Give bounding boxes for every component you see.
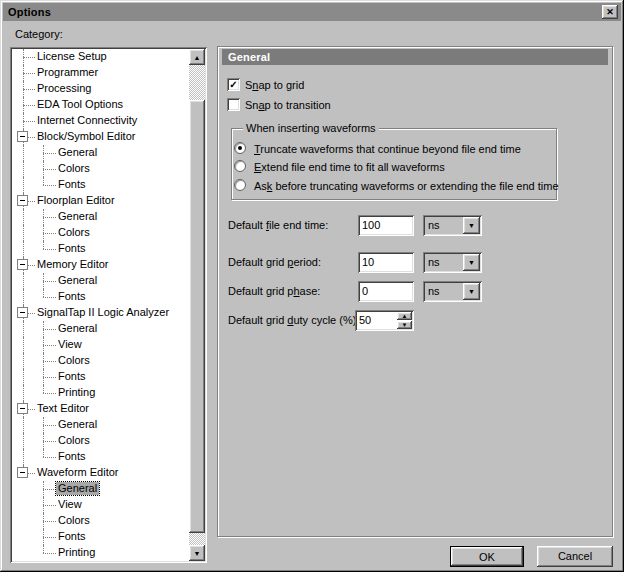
tree-guide-line	[43, 345, 56, 346]
tree-item[interactable]: General	[12, 417, 189, 433]
scroll-up-icon[interactable]: ▲	[189, 49, 205, 65]
tree-item[interactable]: Processing	[12, 81, 189, 97]
options-dialog: Options ✕ Category: License SetupProgram…	[0, 0, 624, 572]
tree-item[interactable]: Colors	[12, 161, 189, 177]
ok-button[interactable]: OK	[450, 546, 524, 567]
default-grid-period-unit-select[interactable]: ns ▼	[423, 252, 482, 273]
scroll-down-icon[interactable]: ▼	[189, 545, 205, 561]
ask-before-truncating-radio[interactable]	[234, 179, 246, 191]
tree-item[interactable]: General	[12, 209, 189, 225]
truncate-waveforms-label: Truncate waveforms that continue beyond …	[254, 142, 521, 156]
tree-item[interactable]: Programmer	[12, 65, 189, 81]
tree-guide-line	[43, 281, 56, 282]
collapse-icon[interactable]	[17, 403, 28, 414]
tree-guide-line	[23, 385, 24, 401]
snap-to-grid-label: Snap to grid	[245, 78, 304, 92]
tree-item[interactable]: Internet Connectivity	[12, 113, 189, 129]
tree-item-label: View	[56, 338, 84, 351]
tree-item[interactable]: Colors	[12, 513, 189, 529]
tree-guide-line	[43, 545, 44, 553]
default-file-end-time-unit-select[interactable]: ns ▼	[423, 215, 482, 236]
spin-down-icon[interactable]: ▼	[397, 321, 412, 329]
tree-item[interactable]: Floorplan Editor	[12, 193, 189, 209]
truncate-waveforms-radio[interactable]	[234, 142, 246, 154]
tree-item[interactable]: Printing	[12, 545, 189, 561]
default-file-end-time-input[interactable]: 100	[358, 215, 414, 236]
snap-to-transition-label: Snap to transition	[245, 98, 331, 112]
tree-item-label: Colors	[56, 226, 92, 239]
tree-item[interactable]: General	[12, 481, 189, 497]
tree-item-label: General	[56, 210, 99, 223]
tree-item-label: Colors	[56, 434, 92, 447]
tree-item[interactable]: General	[12, 145, 189, 161]
tree-item[interactable]: Fonts	[12, 529, 189, 545]
title-bar[interactable]: Options ✕	[3, 3, 621, 21]
tree-item-label: Programmer	[35, 66, 100, 79]
tree-item-label: Fonts	[56, 450, 88, 463]
tree-guide-line	[43, 505, 56, 506]
snap-to-grid-checkbox[interactable]: ✓	[227, 78, 240, 91]
tree-item[interactable]: Fonts	[12, 369, 189, 385]
tree-guide-line	[43, 177, 44, 185]
tree-guide-line	[43, 185, 56, 186]
collapse-icon[interactable]	[17, 467, 28, 478]
tree-guide-line	[43, 217, 56, 218]
collapse-icon[interactable]	[17, 307, 28, 318]
close-icon[interactable]: ✕	[602, 5, 618, 19]
tree-item-label: Fonts	[56, 242, 88, 255]
tree-guide-line	[43, 153, 56, 154]
tree-item[interactable]: Fonts	[12, 177, 189, 193]
snap-to-transition-checkbox[interactable]	[227, 98, 240, 111]
tree-item[interactable]: Text Editor	[12, 401, 189, 417]
tree-guide-line	[43, 329, 56, 330]
tree-item[interactable]: General	[12, 321, 189, 337]
collapse-icon[interactable]	[17, 131, 28, 142]
scrollbar-thumb[interactable]	[189, 100, 205, 533]
tree-item[interactable]: View	[12, 497, 189, 513]
dropdown-arrow-icon[interactable]: ▼	[463, 217, 480, 234]
tree-item[interactable]: Waveform Editor	[12, 465, 189, 481]
default-grid-duty-cycle-stepper[interactable]: 50 ▲ ▼	[355, 310, 414, 331]
tree-item[interactable]: View	[12, 337, 189, 353]
dropdown-arrow-icon[interactable]: ▼	[463, 254, 480, 271]
panel-title: General	[222, 49, 608, 65]
tree-guide-line	[23, 289, 24, 305]
tree-guide-line	[23, 417, 24, 433]
default-grid-phase-unit-select[interactable]: ns ▼	[423, 281, 482, 302]
tree-item[interactable]: Fonts	[12, 289, 189, 305]
tree-item[interactable]: Memory Editor	[12, 257, 189, 273]
tree-item[interactable]: License Setup	[12, 49, 189, 65]
tree-item[interactable]: EDA Tool Options	[12, 97, 189, 113]
collapse-icon[interactable]	[17, 259, 28, 270]
tree-guide-line	[23, 121, 35, 122]
tree-item-label: Internet Connectivity	[35, 114, 139, 127]
tree-item[interactable]: Block/Symbol Editor	[12, 129, 189, 145]
tree-guide-line	[23, 145, 24, 161]
tree-item-label: License Setup	[35, 50, 109, 63]
cancel-button[interactable]: Cancel	[537, 546, 613, 567]
tree-guide-line	[23, 369, 24, 385]
tree-item[interactable]: Colors	[12, 353, 189, 369]
tree-item[interactable]: General	[12, 273, 189, 289]
tree-item[interactable]: Colors	[12, 225, 189, 241]
tree-item-label: EDA Tool Options	[35, 98, 125, 111]
collapse-icon[interactable]	[17, 195, 28, 206]
tree-item[interactable]: Colors	[12, 433, 189, 449]
tree-item-label: Printing	[56, 386, 97, 399]
default-grid-duty-cycle-label: Default grid duty cycle (%):	[228, 313, 359, 327]
tree-item[interactable]: SignalTap II Logic Analyzer	[12, 305, 189, 321]
tree-item[interactable]: Printing	[12, 385, 189, 401]
tree-item[interactable]: Fonts	[12, 449, 189, 465]
extend-file-end-time-radio[interactable]	[234, 160, 246, 172]
tree-item[interactable]: Fonts	[12, 241, 189, 257]
checkmark-icon: ✓	[229, 79, 237, 90]
default-grid-phase-input[interactable]: 0	[358, 281, 414, 302]
tree-guide-line	[43, 289, 44, 297]
vertical-scrollbar[interactable]: ▲ ▼	[189, 49, 205, 561]
tree-guide-line	[23, 241, 24, 257]
tree-guide-line	[43, 169, 56, 170]
tree-guide-line	[23, 337, 24, 353]
dropdown-arrow-icon[interactable]: ▼	[463, 283, 480, 300]
default-grid-period-input[interactable]: 10	[358, 252, 414, 273]
category-listbox: License SetupProgrammerProcessingEDA Too…	[10, 47, 207, 563]
